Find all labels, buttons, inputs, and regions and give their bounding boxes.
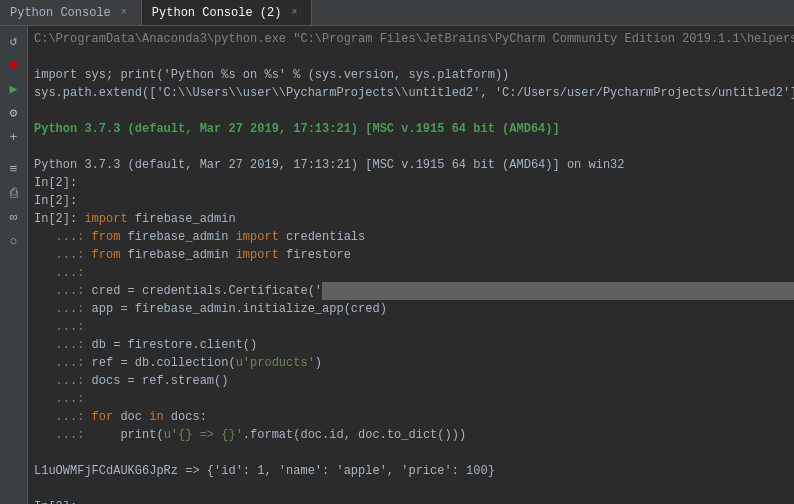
console-line: import sys; print('Python %s on %s' % (s… xyxy=(34,66,788,84)
console-line: ...: from firebase_admin import credenti… xyxy=(34,228,788,246)
tab-python-console-2[interactable]: Python Console (2) × xyxy=(142,0,313,25)
console-output[interactable]: C:\ProgramData\Anaconda3\python.exe "C:\… xyxy=(28,26,794,504)
console-line: ...: ref = db.collection(u'products') xyxy=(34,354,788,372)
tab-close-1[interactable]: × xyxy=(117,6,131,20)
left-toolbar: ↺ ■ ▶ ⚙ + ≡ ⎙ ∞ ○ xyxy=(0,26,28,504)
main-area: ↺ ■ ▶ ⚙ + ≡ ⎙ ∞ ○ C:\ProgramData\Anacond… xyxy=(0,26,794,504)
version-line: Python 3.7.3 (default, Mar 27 2019, 17:1… xyxy=(34,120,788,138)
console-line xyxy=(34,138,788,156)
console-line xyxy=(34,102,788,120)
tab-python-console-1[interactable]: Python Console × xyxy=(0,0,142,25)
stop-button[interactable]: ■ xyxy=(3,54,25,76)
console-line: ...: docs = ref.stream() xyxy=(34,372,788,390)
console-line: ...: xyxy=(34,318,788,336)
tab-label-1: Python Console xyxy=(10,6,111,20)
console-line: sys.path.extend(['C:\\Users\\user\\Pycha… xyxy=(34,84,788,102)
console-line xyxy=(34,480,788,498)
console-line xyxy=(34,444,788,462)
console-line: In[2]: import firebase_admin xyxy=(34,210,788,228)
tab-label-2: Python Console (2) xyxy=(152,6,282,20)
tab-bar: Python Console × Python Console (2) × xyxy=(0,0,794,26)
console-line: ...: print(u'{} => {}'.format(doc.id, do… xyxy=(34,426,788,444)
add-button[interactable]: + xyxy=(3,126,25,148)
console-result: L1uOWMFjFCdAUKG6JpRz => {'id': 1, 'name'… xyxy=(34,462,788,480)
console-line: C:\ProgramData\Anaconda3\python.exe "C:\… xyxy=(34,30,788,48)
console-line xyxy=(34,48,788,66)
run-button[interactable]: ▶ xyxy=(3,78,25,100)
print-button[interactable]: ⎙ xyxy=(3,182,25,204)
console-line: ...: xyxy=(34,264,788,282)
console-prompt: In[2]: xyxy=(34,174,788,192)
settings-button[interactable]: ⚙ xyxy=(3,102,25,124)
console-prompt-end: In[3]: xyxy=(34,498,788,504)
infinity-button[interactable]: ∞ xyxy=(3,206,25,228)
tab-close-2[interactable]: × xyxy=(287,6,301,20)
clock-button[interactable]: ○ xyxy=(3,230,25,252)
console-line: ...: xyxy=(34,390,788,408)
console-line-hidden: ...: cred = credentials.Certificate(' ') xyxy=(34,282,788,300)
console-line: ...: from firebase_admin import firestor… xyxy=(34,246,788,264)
console-line: Python 3.7.3 (default, Mar 27 2019, 17:1… xyxy=(34,156,788,174)
list-button[interactable]: ≡ xyxy=(3,158,25,180)
rerun-button[interactable]: ↺ xyxy=(3,30,25,52)
console-line: ...: for doc in docs: xyxy=(34,408,788,426)
console-line: ...: app = firebase_admin.initialize_app… xyxy=(34,300,788,318)
console-prompt: In[2]: xyxy=(34,192,788,210)
console-line: ...: db = firestore.client() xyxy=(34,336,788,354)
